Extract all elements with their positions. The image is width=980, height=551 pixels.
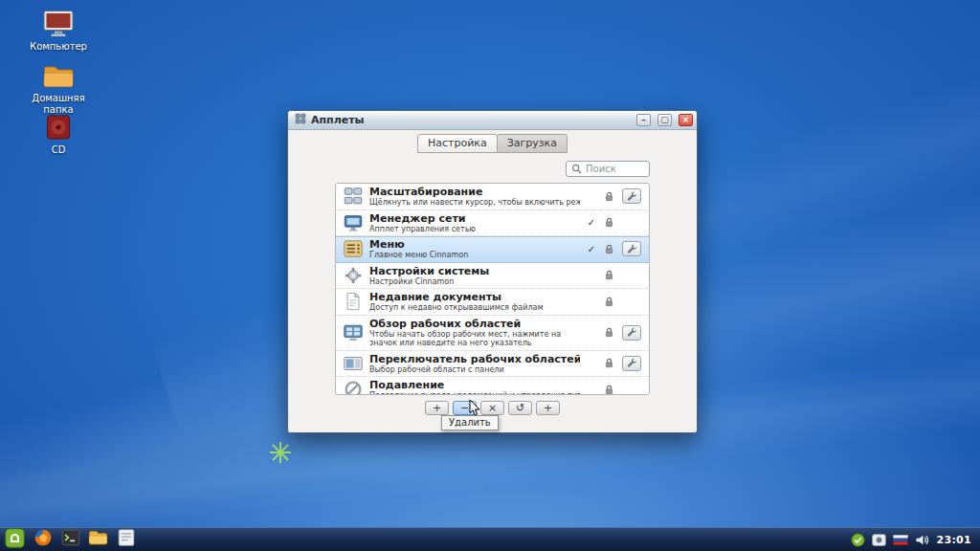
- applet-row-network-manager[interactable]: Менеджер сетиАпплет управления сетью✓: [336, 210, 649, 237]
- applet-title: Подавление: [369, 379, 580, 391]
- applet-description: Доступ к недавно открывавшимся файлам: [369, 303, 580, 313]
- add-applet-button[interactable]: +: [425, 401, 449, 415]
- applet-row-menu[interactable]: МенюГлавное меню Cinnamon✓: [336, 236, 649, 263]
- maximize-button[interactable]: ▢: [657, 114, 672, 126]
- configure-applet-button[interactable]: [622, 356, 641, 371]
- configure-applet-button[interactable]: [622, 325, 641, 341]
- search-box[interactable]: [566, 161, 650, 177]
- add-to-panel-button[interactable]: +: [536, 401, 560, 415]
- keyboard-layout-ru-icon[interactable]: [893, 535, 908, 545]
- tooltip: Удалить: [441, 415, 499, 430]
- search-icon: [571, 160, 582, 178]
- remove-applet-button[interactable]: −: [453, 401, 477, 415]
- close-button[interactable]: ×: [679, 114, 693, 126]
- applet-title: Недавние документы: [369, 291, 580, 303]
- tab-configure[interactable]: Настройка: [417, 134, 498, 153]
- lock-icon: [603, 270, 615, 280]
- list-toolbar: +−×↺+: [288, 401, 697, 415]
- applet-title: Меню: [369, 238, 580, 251]
- applet-description: Чтобы начать обзор рабочих мест, нажмите…: [369, 330, 580, 348]
- system-settings-icon: [343, 265, 364, 286]
- applet-row-recent-documents[interactable]: Недавние документыДоступ к недавно откры…: [336, 289, 649, 316]
- applet-row-workspace-switcher[interactable]: Переключатель рабочих областейВыбор рабо…: [336, 351, 649, 378]
- configure-applet-button[interactable]: [622, 188, 641, 204]
- applet-row-expo[interactable]: Обзор рабочих областейЧтобы начать обзор…: [336, 316, 649, 351]
- applet-description: Подавление вывода уведомлений и управлен…: [369, 391, 580, 395]
- applet-row-inhibit[interactable]: ПодавлениеПодавление вывода уведомлений …: [336, 377, 649, 395]
- tab-bar: Настройка Загрузка: [288, 134, 697, 153]
- files-icon: [88, 529, 108, 550]
- tab-download[interactable]: Загрузка: [497, 134, 568, 153]
- volume-icon[interactable]: [915, 534, 929, 546]
- firefox-icon: [33, 528, 53, 551]
- home-folder-icon: [17, 61, 100, 90]
- files-launcher[interactable]: [87, 529, 109, 551]
- text-editor-icon: [117, 528, 136, 551]
- lock-icon: [603, 385, 615, 395]
- applet-list: МасштабированиеЩёлкнуть или навести курс…: [335, 183, 650, 395]
- desktop-icon-label: CD: [17, 144, 100, 156]
- screenshot-icon[interactable]: [872, 534, 886, 546]
- lock-icon: [603, 358, 615, 368]
- applet-description: Щёлкнуть или навести курсор, чтобы включ…: [369, 198, 580, 208]
- expo-icon: [343, 322, 364, 343]
- applet-title: Масштабирование: [369, 186, 580, 198]
- terminal-icon: [61, 528, 80, 551]
- recent-documents-icon: [343, 291, 364, 312]
- network-manager-icon: [343, 212, 364, 233]
- window-title: Апплеты: [311, 114, 630, 126]
- text-editor-launcher[interactable]: [115, 529, 137, 551]
- applet-row-system-settings[interactable]: Настройки системыНастройки Cinnamon: [336, 263, 649, 290]
- desktop: КомпьютерДомашняя папкаCD Апплеты – ▢ × …: [0, 0, 980, 551]
- enabled-check-icon: ✓: [586, 244, 597, 254]
- search-input[interactable]: [586, 164, 643, 174]
- computer-icon: [17, 10, 100, 38]
- window-titlebar[interactable]: Апплеты – ▢ ×: [288, 111, 697, 130]
- lock-icon: [603, 244, 615, 254]
- lock-icon: [603, 217, 615, 228]
- configure-applet-button[interactable]: [622, 241, 641, 256]
- enabled-check-icon: ✓: [586, 217, 597, 228]
- menu-icon: [343, 238, 364, 259]
- lock-icon: [603, 327, 615, 338]
- window-icon: [295, 113, 306, 127]
- system-tray: 23:01: [851, 533, 980, 547]
- desktop-icon-cd[interactable]: CD: [17, 113, 100, 156]
- applet-title: Обзор рабочих областей: [369, 318, 580, 330]
- firefox-launcher[interactable]: [32, 529, 54, 551]
- taskbar: 23:01: [0, 527, 980, 551]
- desktop-icon-label: Компьютер: [17, 41, 100, 53]
- inhibit-icon: [343, 379, 364, 395]
- applet-description: Главное меню Cinnamon: [369, 251, 580, 260]
- applet-row-scaling[interactable]: МасштабированиеЩёлкнуть или навести курс…: [336, 184, 649, 210]
- restore-defaults-button[interactable]: ↺: [508, 401, 532, 415]
- applets-window: Апплеты – ▢ × Настройка Загрузка Масштаб…: [287, 110, 698, 433]
- lock-icon: [603, 297, 615, 307]
- terminal-launcher[interactable]: [59, 529, 81, 551]
- applet-description: Апплет управления сетью: [369, 225, 580, 234]
- applet-description: Выбор рабочей области с панели: [369, 365, 580, 375]
- applet-title: Настройки системы: [369, 265, 580, 277]
- desktop-icon-computer[interactable]: Компьютер: [17, 10, 100, 53]
- desktop-icon-home-folder[interactable]: Домашняя папка: [17, 61, 100, 115]
- uninstall-applet-button[interactable]: ×: [480, 401, 504, 415]
- menu-launcher[interactable]: [4, 529, 26, 551]
- cd-icon: [17, 113, 100, 142]
- updates-icon[interactable]: [851, 533, 865, 547]
- scaling-icon: [343, 186, 364, 207]
- menu-icon: [5, 528, 25, 551]
- lock-icon: [603, 191, 615, 202]
- taskbar-launchers: [0, 529, 137, 551]
- search-row: [288, 153, 697, 183]
- minimize-button[interactable]: –: [636, 114, 651, 126]
- applet-title: Переключатель рабочих областей: [369, 353, 580, 365]
- wallpaper-sparkle: [268, 440, 293, 469]
- workspace-switcher-icon: [343, 353, 364, 374]
- applet-description: Настройки Cinnamon: [369, 277, 580, 287]
- desktop-icon-label: Домашняя папка: [17, 93, 100, 115]
- tray-icons: [851, 533, 929, 547]
- applet-title: Менеджер сети: [369, 212, 580, 225]
- clock[interactable]: 23:01: [936, 534, 971, 546]
